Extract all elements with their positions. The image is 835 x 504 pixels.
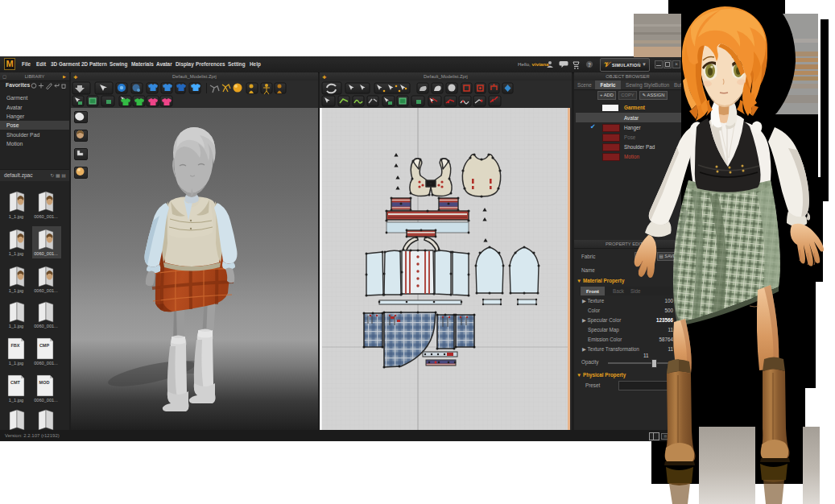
svg-text:?: ? (588, 62, 591, 68)
svg-text:1_1.jpg: 1_1.jpg (9, 324, 23, 328)
svg-text:0060_001...: 0060_001... (34, 361, 58, 366)
svg-text:1_1.jpg: 1_1.jpg (9, 398, 23, 403)
svg-text:CMP: CMP (39, 343, 50, 348)
svg-text:0060_001...: 0060_001... (34, 324, 58, 328)
svg-text:0060_001...: 0060_001... (34, 398, 58, 403)
svg-text:FBX: FBX (11, 343, 20, 348)
svg-text:1_1.jpg: 1_1.jpg (9, 214, 23, 219)
svg-text:1_1.jpg: 1_1.jpg (9, 361, 23, 366)
svg-text:MOD: MOD (39, 380, 50, 385)
svg-text:1_1.jpg: 1_1.jpg (9, 288, 23, 293)
svg-text:0060_001...: 0060_001... (34, 288, 58, 293)
svg-text:CMT: CMT (10, 380, 21, 385)
svg-text:1_1.jpg: 1_1.jpg (9, 251, 23, 256)
svg-text:0060_001...: 0060_001... (34, 251, 58, 256)
svg-text:0060_001...: 0060_001... (34, 214, 58, 219)
